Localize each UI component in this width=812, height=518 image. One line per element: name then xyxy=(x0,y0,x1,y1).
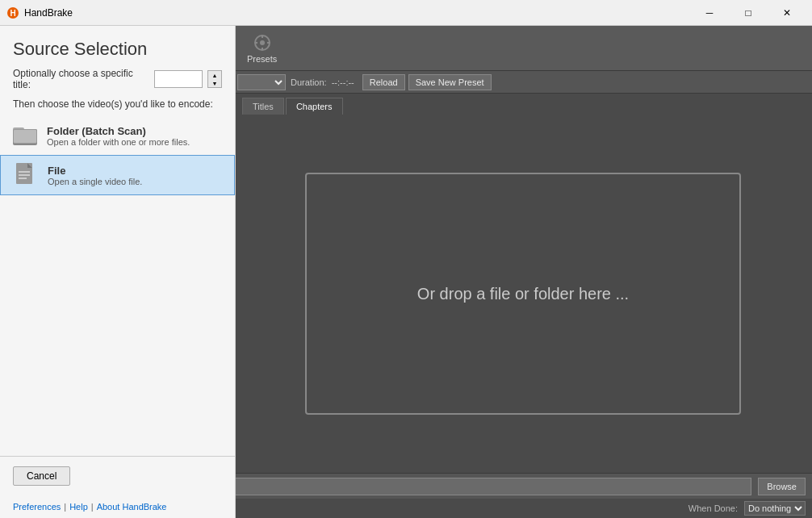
tab-chapters[interactable]: Chapters xyxy=(286,98,343,115)
when-done-select[interactable]: Do nothing xyxy=(744,501,806,516)
sep2: | xyxy=(91,502,94,512)
svg-point-15 xyxy=(260,40,265,45)
cancel-button[interactable]: Cancel xyxy=(13,466,70,486)
source-footer: Preferences | Help | About HandBrake xyxy=(0,495,235,518)
browse-button[interactable]: Browse xyxy=(758,478,806,495)
svg-rect-29 xyxy=(19,178,27,179)
main-window: H HandBrake ─ □ ✕ Start Encode xyxy=(0,0,812,518)
app-icon: H xyxy=(6,6,19,19)
svg-rect-28 xyxy=(19,174,30,176)
svg-rect-27 xyxy=(19,171,30,173)
duration-value: --:--:-- xyxy=(332,77,354,87)
folder-option-text: Folder (Batch Scan) Open a folder with o… xyxy=(47,125,190,147)
presets-button[interactable]: Presets xyxy=(239,29,285,68)
app-title: HandBrake xyxy=(24,7,73,19)
about-link[interactable]: About HandBrake xyxy=(97,502,167,512)
title-select-label: Optionally choose a specific title: xyxy=(13,68,149,90)
toolbar2-actions: Reload Save New Preset xyxy=(362,74,492,90)
drop-area-text: Or drop a file or folder here ... xyxy=(417,285,629,303)
tab-titles[interactable]: Titles xyxy=(242,98,284,115)
source-bottom: Cancel xyxy=(0,456,235,495)
window-controls: ─ □ ✕ xyxy=(691,0,806,26)
svg-rect-23 xyxy=(14,130,36,143)
title-spinner: ▲ ▼ xyxy=(207,70,222,88)
folder-option[interactable]: Folder (Batch Scan) Open a folder with o… xyxy=(0,116,235,155)
close-button[interactable]: ✕ xyxy=(768,0,806,26)
reload-button[interactable]: Reload xyxy=(362,74,405,90)
preferences-link[interactable]: Preferences xyxy=(13,502,61,512)
range-end-select[interactable] xyxy=(237,74,286,90)
save-preset-button[interactable]: Save New Preset xyxy=(408,74,492,90)
spinner-down-button[interactable]: ▼ xyxy=(208,79,221,87)
sep1: | xyxy=(64,502,66,512)
file-option[interactable]: File Open a single video file. xyxy=(0,155,235,195)
spinner-up-button[interactable]: ▲ xyxy=(208,71,221,79)
folder-option-title: Folder (Batch Scan) xyxy=(47,125,190,137)
panel-spacer xyxy=(0,195,235,456)
maximize-button[interactable]: □ xyxy=(730,0,767,26)
source-selection-panel: Source Selection Optionally choose a spe… xyxy=(0,26,236,518)
duration-label: Duration: xyxy=(291,77,327,87)
file-option-desc: Open a single video file. xyxy=(48,177,142,186)
when-done-label: When Done: xyxy=(689,503,738,513)
file-icon xyxy=(14,162,40,188)
minimize-button[interactable]: ─ xyxy=(691,0,728,26)
choose-label: Then choose the video(s) you'd like to e… xyxy=(0,98,235,116)
drop-area-container: Or drop a file or folder here ... xyxy=(234,115,812,473)
svg-text:H: H xyxy=(10,9,15,18)
file-option-text: File Open a single video file. xyxy=(48,165,142,186)
source-panel-title: Source Selection xyxy=(0,26,235,68)
title-select-row: Optionally choose a specific title: ▲ ▼ xyxy=(0,68,235,98)
file-option-title: File xyxy=(48,165,142,177)
help-link[interactable]: Help xyxy=(69,502,88,512)
app-content: Start Encode Queue xyxy=(0,26,812,518)
folder-icon xyxy=(13,123,39,148)
title-number-input[interactable] xyxy=(154,70,203,88)
title-bar: H HandBrake ─ □ ✕ xyxy=(0,0,812,26)
presets-icon xyxy=(253,33,272,52)
drop-area[interactable]: Or drop a file or folder here ... xyxy=(305,173,741,415)
folder-option-desc: Open a folder with one or more files. xyxy=(47,137,190,147)
